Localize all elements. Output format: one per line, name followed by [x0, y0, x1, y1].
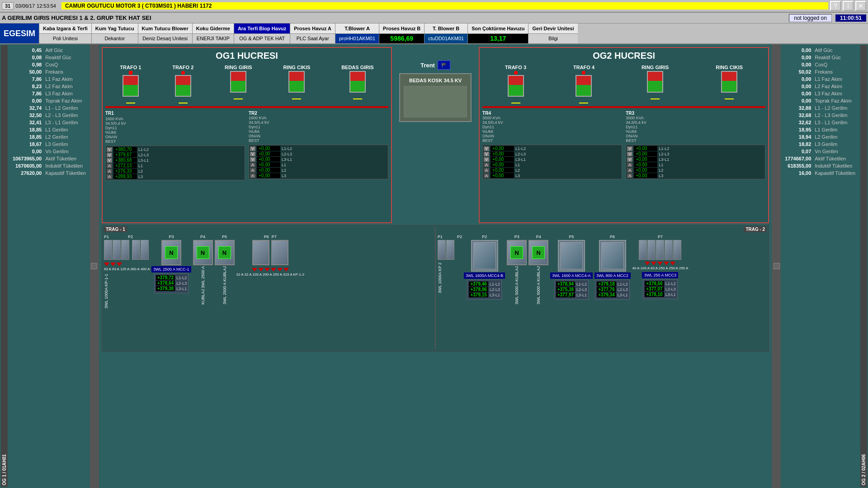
bedas-giris-switch[interactable] — [349, 71, 366, 99]
ring-cikis-switch[interactable] — [288, 71, 305, 99]
switch-body-t2[interactable] — [175, 75, 191, 97]
ring-giris-switch[interactable] — [230, 71, 246, 99]
nav-bottom-5[interactable]: OG & ADP TEK HAT — [234, 34, 290, 44]
bedas-giris-body[interactable] — [349, 71, 366, 93]
breaker-p1-1[interactable] — [104, 240, 112, 260]
trafo4-switch[interactable] — [576, 71, 592, 103]
right-meas-value: 32,68 — [783, 112, 812, 118]
trafo1-switch[interactable] — [123, 71, 139, 103]
tr1-imp: %Uk6 — [105, 130, 126, 135]
meas-row: A+0,00L3 — [484, 173, 621, 178]
nav-top-10[interactable]: Son Çoktürme Havuzu — [468, 23, 528, 34]
left-meas-value: 0,00 — [11, 148, 43, 155]
trag2-breaker-p1-2[interactable] — [446, 240, 454, 260]
nav-top-3[interactable]: Kum Tutucu Blower — [138, 23, 192, 34]
breaker-p2-2[interactable] — [141, 240, 149, 260]
nav-item-6[interactable]: Proses Havuz A PLC Saat Ayar — [290, 23, 335, 43]
ring-giris-og2-switch[interactable] — [647, 71, 663, 99]
nav-top-7[interactable]: T.Blower A — [335, 23, 379, 34]
nav-item-9[interactable]: T. Blower B ctuDD01AKM01 — [424, 23, 467, 43]
trag2-b5[interactable] — [673, 240, 681, 260]
nav-item-2[interactable]: Kum Yag Tutucu Dekantor — [91, 23, 138, 43]
breaker-p1-2[interactable] — [113, 240, 121, 260]
breaker-p1-3[interactable] — [121, 240, 129, 260]
trag2-b1[interactable] — [639, 240, 647, 260]
mcc-val: +379,34 — [597, 292, 616, 297]
nav-top-6[interactable]: Proses Havuz A — [290, 23, 335, 34]
mcc2-body[interactable] — [601, 242, 624, 269]
nav-bottom-10[interactable]: 13,17 — [468, 34, 528, 44]
nav-item-8[interactable]: Proses Havuz B 5986,69 — [379, 23, 424, 43]
nav-bottom-8[interactable]: 5986,69 — [379, 34, 424, 44]
nav-top-9[interactable]: T. Blower B — [425, 23, 467, 34]
nav-bottom-6[interactable]: PLC Saat Ayar — [290, 34, 335, 44]
p5-breaker[interactable]: N — [215, 240, 235, 265]
left-meas-label: L1 Gerilim — [44, 127, 87, 133]
ring-cikis-body[interactable] — [288, 71, 305, 93]
left-panel-toggle[interactable] — [91, 263, 97, 269]
mcc4a-device[interactable] — [558, 240, 585, 272]
nav-item-3[interactable]: Kum Tutucu Blower Deniz Desarj Unitesi — [138, 23, 192, 43]
trag2-b3[interactable] — [656, 240, 664, 260]
nav-bottom-7[interactable]: proHH01AKM01 — [335, 34, 379, 44]
switch-body-t1[interactable] — [123, 75, 139, 97]
trag2-breaker-p1-1[interactable] — [438, 240, 446, 260]
mcc4a-label: 3WL 1600 A MCC4-A — [550, 272, 592, 279]
meas-phase: L1-L2 — [138, 147, 149, 152]
meas-row: V+0,00L2-L3 — [627, 151, 764, 156]
meas-tag: A — [107, 169, 112, 174]
nav-top-2[interactable]: Kum Yag Tutucu — [92, 23, 138, 34]
nav-top-8[interactable]: Proses Havuz B — [379, 23, 424, 34]
switch-body-t3[interactable] — [508, 75, 524, 97]
left-meas-label: L2 - L3 Gerilim — [44, 112, 87, 118]
close-icon[interactable]: ✕ — [855, 1, 866, 11]
nav-top-4[interactable]: Koku Giderme — [193, 23, 234, 34]
right-meas-value: 0,00 — [783, 76, 812, 82]
trag2-b2[interactable] — [647, 240, 656, 260]
p6-breaker[interactable] — [252, 240, 269, 265]
nav-top-5[interactable]: Ara Terfi Biop Havuz — [234, 23, 290, 34]
nav-top-11[interactable]: Geri Devir Unitesi — [528, 23, 577, 34]
bedas-giris-og1: BEDAS GIRIS — [341, 65, 374, 99]
nav-item-10[interactable]: Son Çoktürme Havuzu 13,17 — [467, 23, 528, 43]
right-meas-row: 32,62L3 - L1 Gerilim — [783, 119, 857, 126]
cable-200a: 200 A — [263, 272, 272, 277]
help-icon[interactable]: ? — [830, 1, 841, 11]
right-meas-row: 0,00CosQ — [783, 61, 857, 68]
ring-giris-og2-body[interactable] — [647, 71, 663, 93]
nav-bottom-3[interactable]: Deniz Desarj Unitesi — [138, 34, 192, 44]
nav-top-1[interactable]: Kaba Izgara & Terfi — [39, 23, 91, 34]
switch-body-t4[interactable] — [576, 75, 592, 97]
nav-bottom-11[interactable]: Bilgi — [528, 34, 577, 44]
nav-item-11[interactable]: Geri Devir Unitesi Bilgi — [528, 23, 577, 43]
nav-item-1[interactable]: Kaba Izgara & Terfi Poli Unitesi — [39, 23, 91, 43]
mcc1-breaker[interactable]: N — [161, 240, 181, 265]
p4-breaker[interactable]: N — [193, 240, 213, 265]
nav-item-5[interactable]: Ara Terfi Biop Havuz OG & ADP TEK HAT — [234, 23, 290, 43]
mcc4a-body[interactable] — [560, 242, 583, 269]
mcc4b-device[interactable] — [471, 240, 498, 272]
meas-value: +0,00 — [634, 162, 657, 167]
mcc2-device[interactable] — [599, 240, 626, 272]
breaker-p2-1[interactable] — [132, 240, 140, 260]
nav-bottom-1[interactable]: Poli Unitesi — [39, 34, 91, 44]
info-icon[interactable]: i — [843, 1, 854, 11]
meas-value: +0,00 — [257, 146, 280, 151]
ring-giris-body[interactable] — [230, 71, 246, 93]
right-panel-toggle[interactable] — [774, 263, 780, 269]
trafo2-switch[interactable] — [175, 71, 191, 103]
p3-t2-breaker[interactable]: N — [507, 240, 527, 265]
p4-t2-breaker[interactable]: N — [528, 240, 548, 265]
nav-bottom-4[interactable]: ENERJI TAKIP — [193, 34, 234, 44]
ring-cikis-og2-body[interactable] — [721, 71, 737, 93]
nav-bottom-9[interactable]: ctuDD01AKM01 — [425, 34, 467, 44]
trag2-b4[interactable] — [665, 240, 673, 260]
nav-item-7[interactable]: T.Blower A proHH01AKM01 — [335, 23, 379, 43]
ring-cikis-og2-switch[interactable] — [721, 71, 737, 99]
trafo3-switch[interactable] — [508, 71, 524, 103]
nav-item-4[interactable]: Koku Giderme ENERJI TAKIP — [192, 23, 234, 43]
nav-bottom-2[interactable]: Dekantor — [92, 34, 138, 44]
p7-breaker[interactable] — [271, 240, 288, 265]
p4-label-t1: P4 — [200, 235, 205, 239]
mcc4b-body[interactable] — [473, 242, 496, 269]
